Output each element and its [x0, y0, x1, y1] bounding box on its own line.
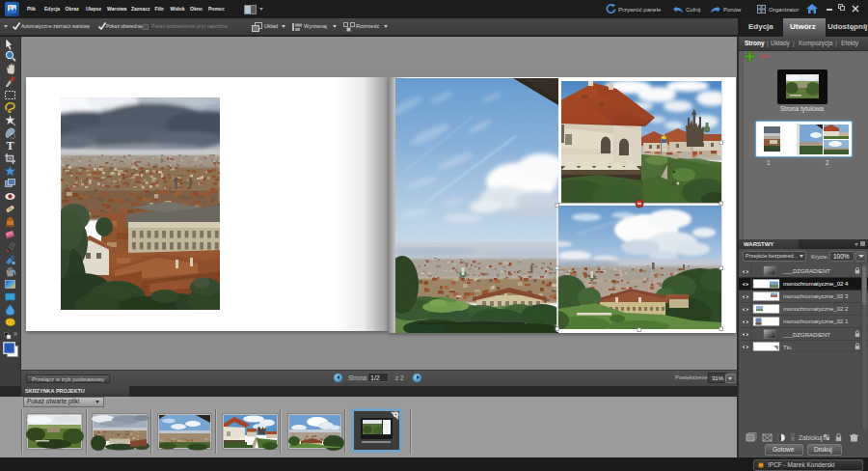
svg-text:___DZGRADIENT: ___DZGRADIENT — [782, 332, 830, 338]
svg-text:monochromatyczne_02 3: monochromatyczne_02 3 — [783, 293, 849, 299]
svg-text:___DZGRADIENT: ___DZGRADIENT — [782, 268, 830, 274]
svg-text:Tło: Tło — [783, 345, 792, 350]
svg-text:monochromatyczne_02 1: monochromatyczne_02 1 — [783, 319, 849, 324]
svg-text:T: T — [6, 139, 14, 152]
svg-text:Zablokuj:: Zablokuj: — [799, 434, 825, 442]
svg-text:monochromatyczne_02 4: monochromatyczne_02 4 — [783, 281, 849, 287]
svg-text:monochromatyczne_02 2: monochromatyczne_02 2 — [783, 306, 849, 312]
